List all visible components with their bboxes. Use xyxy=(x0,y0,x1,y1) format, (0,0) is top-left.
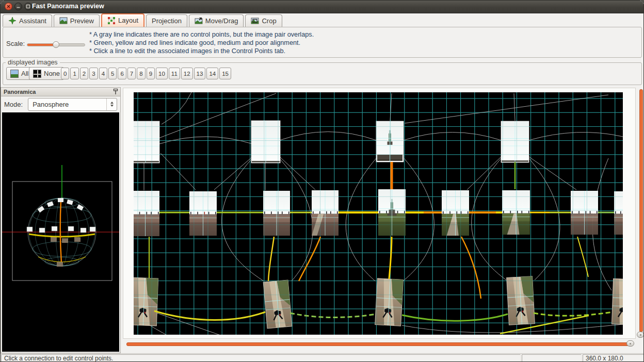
movedrag-icon xyxy=(195,17,203,25)
layout-image-thumbnail xyxy=(442,190,469,236)
image-number-buttons: 0123456789101112131415 xyxy=(61,68,231,79)
tab-bar: AssistantPreviewLayoutProjectionMove/Dra… xyxy=(3,13,284,27)
vertical-pan-slider[interactable] xyxy=(636,88,644,339)
image-toggle-8[interactable]: 8 xyxy=(137,68,145,79)
status-message: Click a connection to edit control point… xyxy=(1,354,521,362)
scale-label: Scale: xyxy=(6,40,25,47)
close-icon xyxy=(5,3,12,10)
image-toggle-3[interactable]: 3 xyxy=(89,68,98,79)
maximize-icon xyxy=(25,3,31,10)
panosphere-3d-preview[interactable] xyxy=(2,112,119,352)
mode-label: Mode: xyxy=(4,101,23,108)
tab-layout[interactable]: Layout xyxy=(101,13,144,27)
tab-assistant[interactable]: Assistant xyxy=(3,14,52,27)
spinner-arrows-icon[interactable] xyxy=(106,98,117,110)
preview-icon xyxy=(59,17,68,25)
tab-preview[interactable]: Preview xyxy=(54,14,100,27)
vertical-pan-handle[interactable] xyxy=(637,332,644,338)
horizontal-pan-slider[interactable] xyxy=(123,339,636,348)
hint-line: * Click a line to edit the associated im… xyxy=(89,47,314,55)
horizontal-pan-track[interactable] xyxy=(126,342,632,346)
hint-line: * A gray line indicates there are no con… xyxy=(89,30,314,39)
tab-crop[interactable]: Crop xyxy=(245,14,282,27)
layout-image-thumbnail xyxy=(614,191,623,235)
layout-image-thumbnail xyxy=(134,277,158,326)
panel-header: Panoramica xyxy=(1,88,120,96)
layout-image-thumbnail xyxy=(263,191,290,236)
tab-label: Layout xyxy=(118,17,138,24)
image-toggle-11[interactable]: 11 xyxy=(169,68,180,79)
scale-slider-handle[interactable] xyxy=(53,41,59,48)
image-toggle-9[interactable]: 9 xyxy=(147,68,155,79)
show-none-button[interactable]: None xyxy=(29,67,64,80)
scale-slider-fill xyxy=(27,44,56,46)
mode-combobox[interactable]: Panosphere xyxy=(28,98,117,111)
mode-value: Panosphere xyxy=(33,101,69,108)
image-toggle-7[interactable]: 7 xyxy=(127,68,136,79)
tab-move-drag[interactable]: Move/Drag xyxy=(189,14,244,27)
minimize-icon xyxy=(15,3,22,10)
horizontal-pan-handle[interactable] xyxy=(626,340,634,347)
image-toggle-6[interactable]: 6 xyxy=(118,68,126,79)
black-grid-icon xyxy=(33,70,41,78)
status-empty-section xyxy=(522,354,582,362)
layout-image-thumbnail xyxy=(189,191,217,236)
crop-icon xyxy=(251,17,259,25)
layout-image-thumbnail xyxy=(571,191,598,235)
tab-label: Assistant xyxy=(19,17,46,25)
layout-image-thumbnail xyxy=(378,189,406,236)
layout-image-thumbnail xyxy=(611,278,623,324)
image-toggle-0[interactable]: 0 xyxy=(61,68,69,79)
image-toggle-13[interactable]: 13 xyxy=(194,68,206,79)
image-toggle-2[interactable]: 2 xyxy=(80,68,88,79)
tab-label: Move/Drag xyxy=(205,17,238,25)
layout-canvas[interactable] xyxy=(123,88,636,339)
image-toggle-1[interactable]: 1 xyxy=(70,68,78,79)
image-toggle-4[interactable]: 4 xyxy=(99,68,107,79)
layout-image-thumbnail xyxy=(375,278,404,326)
panel-title: Panoramica xyxy=(4,89,36,95)
maximize-button[interactable] xyxy=(24,3,32,10)
image-toggle-12[interactable]: 12 xyxy=(181,68,193,79)
hint-line: * Green, yellow and red lines indicate g… xyxy=(89,39,314,47)
displayed-images-group: displayed images All None 01234567891011… xyxy=(3,62,642,85)
assistant-icon xyxy=(8,17,17,25)
landscape-icon xyxy=(10,70,19,78)
hint-notes: * A gray line indicates there are no con… xyxy=(89,30,314,55)
mode-row: Mode: Panosphere xyxy=(1,96,120,112)
layout-icon xyxy=(107,17,116,25)
image-toggle-15[interactable]: 15 xyxy=(219,68,231,79)
tab-label: Preview xyxy=(70,17,94,25)
preview-options-panel: Scale: * A gray line indicates there are… xyxy=(3,27,642,58)
minimize-button[interactable] xyxy=(14,3,22,10)
pin-icon[interactable] xyxy=(113,89,118,95)
titlebar[interactable]: Fast Panorama preview xyxy=(1,1,643,13)
scale-slider[interactable] xyxy=(27,41,85,48)
vertical-pan-track[interactable] xyxy=(639,89,643,332)
image-toggle-10[interactable]: 10 xyxy=(156,68,168,79)
layout-image-thumbnail xyxy=(263,280,292,328)
image-toggle-5[interactable]: 5 xyxy=(108,68,117,79)
show-none-label: None xyxy=(44,70,60,77)
layout-image-thumbnail xyxy=(376,121,404,162)
layout-image-thumbnail xyxy=(251,121,280,163)
tab-label: Crop xyxy=(262,17,276,25)
tab-label: Projection xyxy=(152,17,182,25)
status-bar: Click a connection to edit control point… xyxy=(1,353,644,362)
fast-preview-window: Fast Panorama preview AssistantPreviewLa… xyxy=(0,0,644,362)
show-all-label: All xyxy=(21,70,28,77)
window-title: Fast Panorama preview xyxy=(32,3,104,10)
tab-projection[interactable]: Projection xyxy=(146,14,187,27)
layout-image-thumbnail xyxy=(501,121,529,162)
group-legend: displayed images xyxy=(6,59,60,66)
image-toggle-14[interactable]: 14 xyxy=(206,68,218,79)
pano-size-indicator: 360.0 x 180.0 xyxy=(583,354,644,362)
panosphere-side-panel: Panoramica Mode: Panosphere xyxy=(1,87,121,353)
close-button[interactable] xyxy=(5,3,12,10)
